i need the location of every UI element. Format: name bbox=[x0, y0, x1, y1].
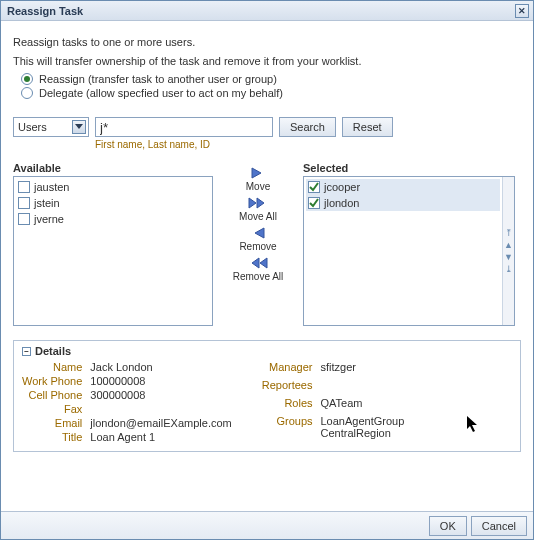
move-label: Move bbox=[246, 181, 270, 192]
value-fax bbox=[90, 403, 231, 415]
list-item-label: jcooper bbox=[324, 181, 360, 193]
chevron-down-icon bbox=[72, 120, 86, 134]
checkbox-icon[interactable] bbox=[18, 213, 30, 225]
dialog-titlebar: Reassign Task ✕ bbox=[1, 1, 533, 21]
remove-all-label: Remove All bbox=[233, 271, 284, 282]
value-roles: QATeam bbox=[321, 397, 405, 413]
label-roles: Roles bbox=[262, 397, 313, 413]
scope-column: Users bbox=[13, 117, 89, 137]
search-hint: First name, Last name, ID bbox=[95, 139, 273, 150]
dialog-body: Reassign tasks to one or more users. Thi… bbox=[1, 21, 533, 511]
details-left: Name Jack London Work Phone 100000008 Ce… bbox=[22, 361, 232, 443]
details-legend: − Details bbox=[22, 345, 512, 357]
value-work-phone: 100000008 bbox=[90, 375, 231, 387]
scope-select[interactable]: Users bbox=[13, 117, 89, 137]
checkbox-checked-icon[interactable] bbox=[308, 197, 320, 209]
query-column: First name, Last name, ID bbox=[95, 117, 273, 150]
selected-label: Selected bbox=[303, 162, 515, 174]
value-name: Jack London bbox=[90, 361, 231, 373]
remove-label: Remove bbox=[239, 241, 276, 252]
list-item-label: jstein bbox=[34, 197, 60, 209]
available-column: Available jausten jstein jverne bbox=[13, 162, 213, 326]
intro-line-1: Reassign tasks to one or more users. bbox=[13, 35, 521, 50]
move-top-icon[interactable]: ⤒ bbox=[504, 228, 514, 238]
move-all-label: Move All bbox=[239, 211, 277, 222]
label-groups: Groups bbox=[262, 415, 313, 443]
checkbox-icon[interactable] bbox=[18, 197, 30, 209]
label-name: Name bbox=[22, 361, 82, 373]
radio-reassign[interactable]: Reassign (transfer task to another user … bbox=[21, 73, 521, 85]
shuttle-controls: Move Move All Remove Remove All bbox=[223, 162, 293, 282]
details-right: Manager sfitzger Reportees Roles QATeam … bbox=[262, 361, 405, 443]
scope-value: Users bbox=[18, 121, 47, 133]
arrow-left-icon bbox=[249, 226, 267, 240]
available-label: Available bbox=[13, 162, 213, 174]
reset-button[interactable]: Reset bbox=[342, 117, 393, 137]
list-item[interactable]: jausten bbox=[16, 179, 210, 195]
remove-all-button[interactable]: Remove All bbox=[233, 256, 284, 282]
list-item-label: jverne bbox=[34, 213, 64, 225]
radio-delegate[interactable]: Delegate (allow specfied user to act on … bbox=[21, 87, 521, 99]
ok-button[interactable]: OK bbox=[429, 516, 467, 536]
move-bottom-icon[interactable]: ⤓ bbox=[504, 264, 514, 274]
collapse-icon[interactable]: − bbox=[22, 347, 31, 356]
move-down-icon[interactable]: ▼ bbox=[504, 252, 514, 262]
arrow-double-right-icon bbox=[247, 196, 269, 210]
details-heading: Details bbox=[35, 345, 71, 357]
shuttle-picker: Available jausten jstein jverne bbox=[13, 162, 521, 326]
value-reportees bbox=[321, 379, 405, 395]
remove-button[interactable]: Remove bbox=[239, 226, 276, 252]
label-title: Title bbox=[22, 431, 82, 443]
list-item-label: jlondon bbox=[324, 197, 359, 209]
search-row: Users First name, Last name, ID Search R… bbox=[13, 117, 521, 150]
list-item[interactable]: jcooper bbox=[306, 179, 500, 195]
list-item[interactable]: jstein bbox=[16, 195, 210, 211]
value-cell-phone: 300000008 bbox=[90, 389, 231, 401]
label-fax: Fax bbox=[22, 403, 82, 415]
details-panel: − Details Name Jack London Work Phone 10… bbox=[13, 340, 521, 452]
list-item[interactable]: jverne bbox=[16, 211, 210, 227]
close-icon[interactable]: ✕ bbox=[515, 4, 529, 18]
search-button[interactable]: Search bbox=[279, 117, 336, 137]
value-manager: sfitzger bbox=[321, 361, 405, 377]
value-email: jlondon@emailEXample.com bbox=[90, 417, 231, 429]
available-list[interactable]: jausten jstein jverne bbox=[13, 176, 213, 326]
cancel-button[interactable]: Cancel bbox=[471, 516, 527, 536]
details-grid: Name Jack London Work Phone 100000008 Ce… bbox=[22, 361, 512, 443]
radio-reassign-label: Reassign (transfer task to another user … bbox=[39, 73, 277, 85]
move-up-icon[interactable]: ▲ bbox=[504, 240, 514, 250]
search-input[interactable] bbox=[95, 117, 273, 137]
label-manager: Manager bbox=[262, 361, 313, 377]
selected-column: Selected jcooper jlondon ⤒ bbox=[303, 162, 515, 326]
move-all-button[interactable]: Move All bbox=[239, 196, 277, 222]
list-item[interactable]: jlondon bbox=[306, 195, 500, 211]
label-reportees: Reportees bbox=[262, 379, 313, 395]
radio-delegate-label: Delegate (allow specfied user to act on … bbox=[39, 87, 283, 99]
checkbox-icon[interactable] bbox=[18, 181, 30, 193]
arrow-right-icon bbox=[249, 166, 267, 180]
value-title: Loan Agent 1 bbox=[90, 431, 231, 443]
selected-list[interactable]: jcooper jlondon bbox=[304, 177, 502, 325]
radio-icon bbox=[21, 87, 33, 99]
list-item-label: jausten bbox=[34, 181, 69, 193]
dialog-footer: OK Cancel bbox=[1, 511, 533, 539]
value-groups: LoanAgentGroup CentralRegion bbox=[321, 415, 405, 443]
checkbox-checked-icon[interactable] bbox=[308, 181, 320, 193]
radio-icon bbox=[21, 73, 33, 85]
cursor-icon bbox=[466, 415, 480, 433]
arrow-double-left-icon bbox=[247, 256, 269, 270]
label-work-phone: Work Phone bbox=[22, 375, 82, 387]
selected-list-wrapper: jcooper jlondon ⤒ ▲ ▼ ⤓ bbox=[303, 176, 515, 326]
dialog-title: Reassign Task bbox=[7, 5, 83, 17]
move-button[interactable]: Move bbox=[246, 166, 270, 192]
label-email: Email bbox=[22, 417, 82, 429]
intro-line-2: This will transfer ownership of the task… bbox=[13, 54, 521, 69]
reassign-task-dialog: Reassign Task ✕ Reassign tasks to one or… bbox=[0, 0, 534, 540]
reorder-controls: ⤒ ▲ ▼ ⤓ bbox=[502, 177, 514, 325]
label-cell-phone: Cell Phone bbox=[22, 389, 82, 401]
